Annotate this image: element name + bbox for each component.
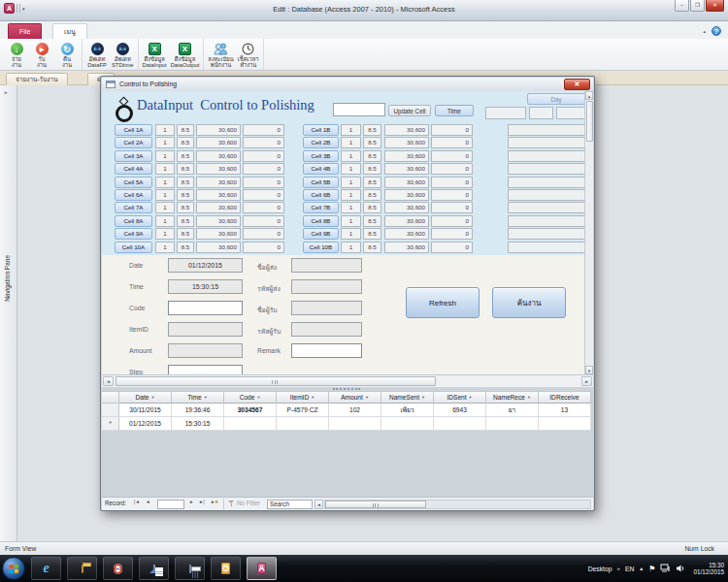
cell-field[interactable]: 8.5: [177, 215, 194, 227]
table-cell[interactable]: 30/11/2015: [119, 404, 172, 417]
cell-field[interactable]: 30,600: [196, 177, 241, 188]
splitter-grip-icon[interactable]: [333, 388, 360, 390]
side-field[interactable]: [508, 150, 585, 162]
cell-button-cell-1a[interactable]: Cell 1A: [115, 124, 152, 136]
row-selector[interactable]: *: [102, 417, 119, 431]
cell-field[interactable]: 0: [431, 124, 473, 136]
cell-button-cell-1b[interactable]: Cell 1B: [303, 124, 339, 136]
cell-field[interactable]: 0: [243, 163, 284, 175]
cell-button-cell-10a[interactable]: Cell 10A: [115, 242, 152, 253]
cell-field[interactable]: 8.5: [177, 189, 194, 201]
cell-field[interactable]: 8.5: [363, 177, 381, 188]
cell-field[interactable]: 0: [431, 242, 473, 253]
update-cell-input[interactable]: [333, 103, 385, 116]
cell-field[interactable]: 8.5: [363, 163, 381, 175]
cell-button-cell-9a[interactable]: Cell 9A: [115, 228, 152, 240]
cell-field[interactable]: 1: [341, 150, 361, 162]
cell-field[interactable]: 0: [431, 228, 473, 240]
network-icon[interactable]: [660, 564, 671, 574]
ribbon-button-receive-work[interactable]: ▶รับงาน: [29, 40, 54, 70]
table-cell[interactable]: 01/12/2015: [119, 417, 172, 431]
update-cell-button[interactable]: Update Cell: [388, 105, 431, 116]
action-center-flag-icon[interactable]: ⚑: [648, 565, 655, 573]
column-header-date[interactable]: Date▼: [119, 391, 172, 404]
cell-field[interactable]: 0: [243, 215, 284, 227]
cell-field[interactable]: 0: [243, 228, 284, 240]
cell-field[interactable]: 8.5: [177, 124, 194, 136]
column-header-namesent[interactable]: NameSent▼: [381, 391, 434, 404]
cell-field[interactable]: 0: [243, 177, 284, 188]
cell-field[interactable]: 1: [341, 228, 361, 240]
datasheet-horizontal-scrollbar[interactable]: [324, 500, 591, 509]
day-field[interactable]: [485, 107, 526, 119]
expand-nav-pane-icon[interactable]: »: [4, 89, 7, 95]
taskbar-button-snipping-tool[interactable]: ✂: [103, 557, 133, 580]
first-record-icon[interactable]: |◄: [134, 500, 140, 504]
ribbon-button-pull-datainput[interactable]: Xดึงข้อมูลDataInput: [141, 40, 169, 70]
column-header-code[interactable]: Code▼: [224, 391, 277, 404]
cell-field[interactable]: 0: [431, 189, 473, 201]
next-record-icon[interactable]: ►: [189, 500, 194, 504]
cell-field[interactable]: 0: [431, 177, 473, 188]
taskbar-button-outlook[interactable]: O: [211, 557, 241, 580]
show-hidden-icons-icon[interactable]: ▲: [639, 566, 644, 571]
cell-field[interactable]: 30,600: [196, 150, 241, 162]
table-cell[interactable]: 13: [539, 404, 591, 417]
cell-field[interactable]: 30,600: [384, 242, 429, 253]
cell-field[interactable]: 1: [155, 228, 175, 240]
side-field[interactable]: [508, 202, 585, 213]
cell-field[interactable]: 1: [155, 215, 175, 227]
cell-field[interactable]: 8.5: [177, 202, 194, 213]
tab-file[interactable]: File: [8, 23, 42, 39]
cell-field[interactable]: 0: [243, 124, 284, 136]
cell-field[interactable]: 8.5: [363, 137, 381, 148]
cell-field[interactable]: 1: [155, 163, 175, 175]
close-button[interactable]: ✕: [706, 0, 724, 12]
cell-field[interactable]: 30,600: [196, 228, 241, 240]
navigation-pane-collapsed[interactable]: » Navigation Pane: [0, 85, 17, 541]
cell-field[interactable]: 30,600: [196, 189, 241, 201]
side-field[interactable]: [508, 215, 585, 227]
cell-field[interactable]: 30,600: [384, 228, 429, 240]
cell-field[interactable]: 1: [341, 202, 361, 213]
cell-field[interactable]: 0: [431, 150, 473, 162]
cell-field[interactable]: 30,600: [384, 202, 429, 213]
cell-field[interactable]: 0: [431, 215, 473, 227]
search-input[interactable]: [267, 500, 313, 509]
side-field[interactable]: [508, 124, 585, 136]
column-header-idsent[interactable]: IDSent▼: [434, 391, 486, 404]
table-cell[interactable]: เพียว: [381, 404, 434, 417]
ribbon-button-register-employee[interactable]: ลงทะเบียนพนักงาน: [206, 40, 235, 70]
cell-field[interactable]: 30,600: [196, 137, 241, 148]
row-selector[interactable]: [102, 404, 119, 417]
cell-field[interactable]: 1: [155, 202, 175, 213]
table-cell[interactable]: [486, 417, 539, 431]
day-field[interactable]: [529, 107, 553, 119]
taskbar-button-notepad[interactable]: [139, 557, 169, 580]
previous-record-icon[interactable]: ◄: [146, 500, 150, 504]
maximize-button[interactable]: ❐: [690, 0, 705, 12]
ribbon-button-update-stdtime[interactable]: 8:8อัพเดทSTDtime: [110, 40, 136, 70]
side-field[interactable]: [508, 163, 585, 175]
taskbar-button-calculator[interactable]: [175, 557, 205, 580]
cell-field[interactable]: 1: [155, 242, 175, 253]
cell-button-cell-8a[interactable]: Cell 8A: [115, 215, 152, 227]
help-icon[interactable]: ?: [711, 26, 721, 36]
cell-field[interactable]: 30,600: [384, 150, 429, 162]
cell-field[interactable]: 0: [243, 189, 284, 201]
cell-field[interactable]: 8.5: [363, 124, 381, 136]
form-window-titlebar[interactable]: Control to Polishing ✕: [102, 78, 593, 91]
form-vertical-scrollbar[interactable]: ▲ ▼: [584, 91, 593, 374]
cell-button-cell-3a[interactable]: Cell 3A: [115, 150, 152, 162]
cell-field[interactable]: 1: [155, 150, 175, 162]
vertical-scroll-thumb[interactable]: [586, 101, 593, 142]
table-cell[interactable]: P-4579 CZ: [277, 404, 329, 417]
table-cell[interactable]: [329, 417, 381, 431]
cell-field[interactable]: 8.5: [363, 242, 381, 253]
cell-field[interactable]: 8.5: [177, 150, 194, 162]
cell-field[interactable]: 1: [155, 189, 175, 201]
cell-field[interactable]: 1: [155, 137, 175, 148]
cell-field[interactable]: 1: [341, 124, 361, 136]
side-field[interactable]: [508, 189, 585, 201]
form-close-button[interactable]: ✕: [564, 79, 590, 90]
